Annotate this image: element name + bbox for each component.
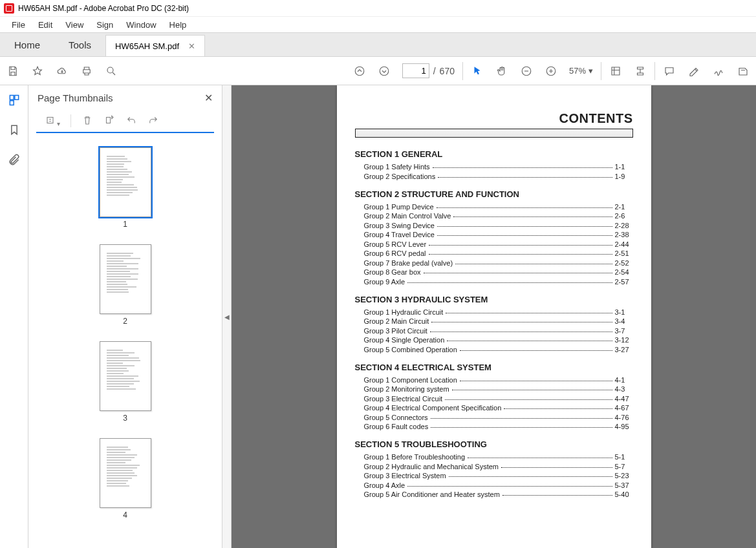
thumbnail-page[interactable] bbox=[100, 244, 151, 314]
comment-icon[interactable] bbox=[663, 65, 676, 78]
menu-edit[interactable]: Edit bbox=[33, 19, 58, 31]
toc-label: Group 5 RCV Lever bbox=[364, 240, 427, 248]
toc-page: 3-1 bbox=[615, 308, 633, 316]
rotate-page-icon[interactable] bbox=[103, 114, 115, 128]
toolbar-separator bbox=[654, 62, 655, 80]
toc-page: 3-4 bbox=[615, 317, 633, 325]
toc-row: Group 1 Component Location4-1 bbox=[364, 376, 633, 384]
collapse-handle[interactable]: ◀ bbox=[222, 85, 232, 548]
menu-help[interactable]: Help bbox=[164, 19, 192, 31]
thumbnail-label: 3 bbox=[100, 414, 151, 423]
panel-close-icon[interactable]: ✕ bbox=[204, 92, 213, 104]
tab-tools[interactable]: Tools bbox=[54, 33, 105, 56]
toc-page: 4-1 bbox=[615, 376, 633, 384]
toc-page: 4-76 bbox=[615, 414, 633, 421]
save-icon[interactable] bbox=[6, 65, 19, 78]
toc-row: Group 3 Electrical Circuit4-47 bbox=[364, 395, 633, 403]
page-indicator: / 670 bbox=[402, 63, 455, 78]
toc-leader bbox=[437, 226, 612, 227]
toc-row: Group 1 Pump Device2-1 bbox=[364, 203, 633, 211]
toc-leader bbox=[446, 313, 612, 313]
title-bar: HW65AH SM.pdf - Adobe Acrobat Pro DC (32… bbox=[0, 0, 756, 17]
zoom-in-icon[interactable] bbox=[545, 65, 557, 78]
document-view[interactable]: CONTENTS SECTION 1 GENERALGroup 1 Safety… bbox=[232, 85, 756, 548]
thumbnail-page[interactable] bbox=[100, 147, 151, 217]
toc-row: Group 4 Electrical Component Specificati… bbox=[364, 404, 633, 412]
menu-sign[interactable]: Sign bbox=[91, 19, 118, 31]
thumbnail-page[interactable] bbox=[100, 438, 151, 508]
toc-page: 2-38 bbox=[615, 231, 633, 238]
print-icon[interactable] bbox=[80, 65, 93, 78]
toc-page: 3-7 bbox=[615, 327, 633, 335]
menu-bar: File Edit View Sign Window Help bbox=[0, 17, 756, 32]
thumbnails-list[interactable]: 1234 bbox=[28, 138, 222, 548]
panel-title: Page Thumbnails bbox=[38, 92, 113, 103]
toc-row: Group 2 Main Control Valve2-6 bbox=[364, 212, 633, 220]
toc-label: Group 7 Brake pedal (valve) bbox=[364, 259, 453, 267]
toc-label: Group 3 Pilot Circuit bbox=[364, 327, 427, 335]
toc-leader bbox=[431, 418, 612, 419]
bookmark-rail-icon[interactable] bbox=[7, 123, 21, 137]
pointer-icon[interactable] bbox=[471, 65, 484, 78]
section-heading: SECTION 1 GENERAL bbox=[355, 149, 633, 159]
section-heading: SECTION 2 STRUCTURE AND FUNCTION bbox=[355, 189, 633, 199]
toc-page: 4-3 bbox=[615, 385, 633, 393]
menu-window[interactable]: Window bbox=[121, 19, 161, 31]
page-up-icon[interactable] bbox=[353, 65, 366, 78]
toc-leader bbox=[460, 350, 612, 351]
tab-document[interactable]: HW65AH SM.pdf ✕ bbox=[105, 35, 205, 56]
close-tab-icon[interactable]: ✕ bbox=[188, 41, 195, 51]
tab-document-label: HW65AH SM.pdf bbox=[115, 41, 179, 51]
contents-heading: CONTENTS bbox=[355, 111, 633, 126]
undo-icon[interactable] bbox=[125, 114, 137, 128]
toc-row: Group 2 Specifications1-9 bbox=[364, 173, 633, 180]
acrobat-icon bbox=[4, 3, 14, 14]
search-icon[interactable] bbox=[105, 65, 118, 78]
toc-label: Group 1 Pump Device bbox=[364, 203, 434, 211]
menu-file[interactable]: File bbox=[6, 19, 30, 31]
toc-page: 4-47 bbox=[615, 395, 633, 403]
toc-row: Group 5 Air Conditioner and Heater syste… bbox=[364, 490, 633, 498]
page-current-input[interactable] bbox=[402, 63, 429, 78]
redo-icon[interactable] bbox=[147, 114, 159, 128]
stamp-icon[interactable] bbox=[737, 65, 750, 78]
highlight-icon[interactable] bbox=[687, 65, 700, 78]
toc-label: Group 5 Air Conditioner and Heater syste… bbox=[364, 490, 500, 498]
tab-home[interactable]: Home bbox=[0, 33, 54, 56]
zoom-out-icon[interactable] bbox=[520, 65, 533, 78]
toc-leader bbox=[453, 216, 612, 217]
toc-row: Group 9 Axle2-57 bbox=[364, 278, 633, 286]
svg-point-2 bbox=[380, 67, 389, 76]
signature-icon[interactable] bbox=[712, 65, 725, 78]
attachment-rail-icon[interactable] bbox=[7, 153, 21, 167]
toc-leader bbox=[504, 408, 612, 409]
toc-row: Group 4 Axle5-37 bbox=[364, 481, 633, 489]
toc-row: Group 2 Monitoring system4-3 bbox=[364, 385, 633, 393]
menu-view[interactable]: View bbox=[60, 19, 89, 31]
toc-label: Group 6 Fault codes bbox=[364, 423, 429, 430]
toc-row: Group 1 Hydraulic Circuit3-1 bbox=[364, 308, 633, 316]
toc-leader bbox=[437, 207, 612, 208]
delete-icon[interactable] bbox=[81, 114, 93, 128]
toc-label: Group 5 Connectors bbox=[364, 414, 428, 421]
star-icon[interactable] bbox=[31, 65, 44, 78]
nav-rail bbox=[0, 85, 28, 548]
toc-leader bbox=[502, 495, 612, 496]
hand-icon[interactable] bbox=[495, 65, 508, 78]
toc-row: Group 3 Electrical System5-23 bbox=[364, 472, 633, 480]
zoom-dropdown[interactable]: 57% ▾ bbox=[569, 66, 593, 76]
toc-label: Group 8 Gear box bbox=[364, 268, 421, 276]
toc-label: Group 2 Main Control Valve bbox=[364, 212, 451, 220]
thumbnails-rail-icon[interactable] bbox=[7, 93, 21, 107]
cloud-icon[interactable] bbox=[56, 65, 69, 78]
fit-page-icon[interactable] bbox=[634, 65, 647, 78]
toc-leader bbox=[449, 476, 612, 477]
page-down-icon[interactable] bbox=[378, 65, 391, 78]
svg-rect-8 bbox=[47, 117, 53, 123]
fit-width-icon[interactable] bbox=[609, 65, 622, 78]
thumbnail-page[interactable] bbox=[100, 341, 151, 411]
toc-leader bbox=[430, 332, 612, 332]
options-icon[interactable]: ▾ bbox=[45, 114, 60, 128]
toc-label: Group 5 Combined Operation bbox=[364, 346, 457, 353]
toc-row: Group 2 Main Circuit3-4 bbox=[364, 317, 633, 325]
